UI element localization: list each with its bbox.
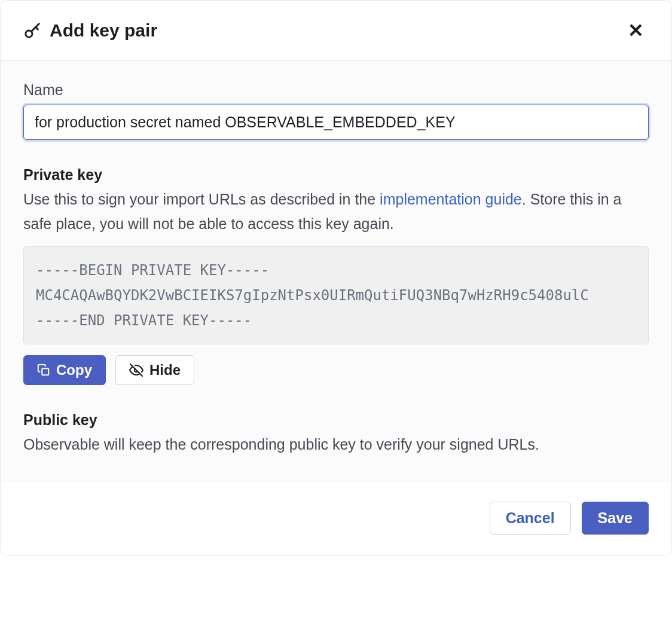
name-field-group: Name — [23, 81, 649, 140]
modal-title-wrap: Add key pair — [23, 20, 157, 41]
close-button[interactable]: ✕ — [623, 19, 649, 42]
add-key-pair-modal: Add key pair ✕ Name Private key Use this… — [0, 0, 672, 555]
name-label: Name — [23, 81, 649, 99]
copy-button-label: Copy — [56, 363, 92, 377]
modal-header: Add key pair ✕ — [1, 1, 671, 61]
hide-button-label: Hide — [149, 363, 181, 377]
svg-line-2 — [36, 27, 38, 29]
description-text-before: Use this to sign your import URLs as des… — [23, 191, 380, 207]
cancel-button[interactable]: Cancel — [490, 502, 571, 535]
public-key-description: Observable will keep the corresponding p… — [23, 432, 649, 457]
private-key-description: Use this to sign your import URLs as des… — [23, 187, 649, 237]
copy-icon — [37, 364, 50, 377]
hide-button[interactable]: Hide — [115, 355, 194, 385]
private-key-actions: Copy Hide — [23, 355, 649, 385]
copy-button[interactable]: Copy — [23, 355, 106, 385]
name-input[interactable] — [23, 105, 649, 140]
key-icon — [23, 22, 41, 39]
private-key-group: Private key Use this to sign your import… — [23, 166, 649, 385]
svg-rect-3 — [42, 368, 48, 375]
modal-title: Add key pair — [50, 20, 157, 41]
public-key-label: Public key — [23, 411, 649, 429]
implementation-guide-link[interactable]: implementation guide — [380, 191, 522, 207]
public-key-group: Public key Observable will keep the corr… — [23, 411, 649, 457]
private-key-label: Private key — [23, 166, 649, 184]
modal-footer: Cancel Save — [1, 481, 671, 555]
private-key-content: -----BEGIN PRIVATE KEY----- MC4CAQAwBQYD… — [23, 246, 649, 344]
eye-off-icon — [129, 363, 143, 377]
modal-body: Name Private key Use this to sign your i… — [1, 61, 671, 481]
save-button[interactable]: Save — [582, 502, 649, 535]
close-icon: ✕ — [628, 20, 644, 41]
